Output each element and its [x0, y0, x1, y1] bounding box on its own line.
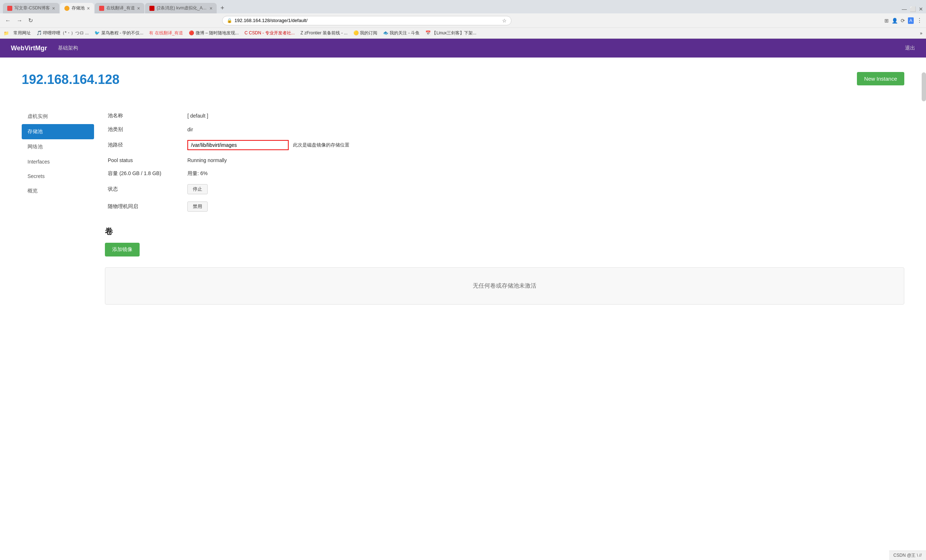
sidebar-item-secrets[interactable]: Secrets: [22, 169, 94, 183]
tab-favicon-3: [99, 6, 104, 11]
more-icon[interactable]: ⋮: [917, 17, 922, 24]
new-tab-button[interactable]: +: [217, 3, 227, 14]
details-panel: 池名称 [ default ] 池类别 dir 池路径 此次是磁盘镜像的存储位置: [94, 109, 904, 304]
bookmark-8[interactable]: 🟡 我的订阅: [352, 29, 379, 37]
pool-path-label: 池路径: [105, 136, 185, 154]
close-btn[interactable]: ✕: [919, 6, 923, 12]
disable-button[interactable]: 禁用: [188, 201, 207, 212]
bookmarks-bar: 📁 常用网址 🎵 哔哩哔哩（*・）つロ ... 🐦 菜鸟教程 - 学的不仅...…: [0, 27, 926, 38]
state-cell: 停止: [185, 180, 904, 198]
bookmark-4[interactable]: 有 在线翻译_有道: [148, 29, 185, 37]
sidebar-item-network[interactable]: 网络池: [22, 139, 94, 154]
sidebar-item-overview[interactable]: 概览: [22, 183, 94, 198]
new-instance-button[interactable]: New Instance: [857, 72, 904, 85]
tab-4[interactable]: (2条消息) kvm虚拟化_A pana... ×: [145, 3, 217, 14]
tab-1[interactable]: 写文章-CSDN博客 ×: [3, 3, 59, 14]
back-button[interactable]: ←: [4, 16, 12, 25]
tab-close-2[interactable]: ×: [87, 5, 90, 11]
bookmark-10[interactable]: 📅 【Linux三剑客】下架...: [424, 29, 478, 37]
pool-type-value: dir: [185, 123, 904, 136]
pool-status-row: Pool status Running normally: [105, 154, 904, 167]
tab-close-1[interactable]: ×: [52, 5, 55, 11]
bookmark-star-icon[interactable]: ☆: [502, 18, 507, 24]
pool-path-input[interactable]: [188, 140, 289, 150]
stop-button[interactable]: 停止: [188, 184, 207, 194]
security-icon: 🔒: [227, 18, 232, 23]
pool-status-value: Running normally: [185, 154, 904, 167]
bookmark-1[interactable]: 常用网址: [12, 29, 32, 37]
state-label: 状态: [105, 180, 185, 198]
tab-title-2: 存储池: [72, 5, 85, 11]
app-title: WebVirtMgr: [11, 44, 47, 52]
pool-path-row: 池路径 此次是磁盘镜像的存储位置: [105, 136, 904, 154]
reload-button[interactable]: ↻: [27, 15, 34, 25]
app-header: WebVirtMgr 基础架构 退出: [0, 39, 926, 58]
logout-link[interactable]: 退出: [905, 45, 915, 51]
maximize-btn[interactable]: ⬜: [910, 6, 916, 12]
address-bar: 🔒 ☆: [222, 16, 511, 25]
pool-status-label: Pool status: [105, 154, 185, 167]
sidebar-item-storage[interactable]: 存储池: [22, 124, 94, 139]
bookmark-3[interactable]: 🐦 菜鸟教程 - 学的不仅...: [93, 29, 145, 37]
bookmark-6[interactable]: C CSDN - 专业开发者社...: [243, 29, 296, 37]
tab-favicon-2: [64, 6, 70, 11]
tab-favicon-4: [150, 6, 154, 11]
sync-icon[interactable]: ⟳: [901, 18, 905, 24]
tab-title-1: 写文章-CSDN博客: [14, 5, 50, 11]
tab-close-3[interactable]: ×: [137, 5, 140, 11]
info-table: 池名称 [ default ] 池类别 dir 池路径 此次是磁盘镜像的存储位置: [105, 109, 904, 215]
sidebar: 虚机实例 存储池 网络池 Interfaces Secrets 概览: [22, 109, 94, 304]
state-row: 状态 停止: [105, 180, 904, 198]
pool-name-label: 池名称: [105, 109, 185, 123]
pool-name-row: 池名称 [ default ]: [105, 109, 904, 123]
tab-title-4: (2条消息) kvm虚拟化_A pana...: [157, 5, 207, 11]
pool-type-label: 池类别: [105, 123, 185, 136]
capacity-row: 容量 (26.0 GB / 1.8 GB) 用量: 6%: [105, 167, 904, 180]
capacity-value: 用量: 6%: [185, 167, 904, 180]
address-input[interactable]: [235, 18, 500, 23]
extensions-icon[interactable]: ⊞: [884, 18, 889, 24]
bookmark-5[interactable]: 🔴 微博 – 随时随地发现...: [188, 29, 240, 37]
sidebar-item-vm[interactable]: 虚机实例: [22, 109, 94, 124]
bookmark-2[interactable]: 🎵 哔哩哔哩（*・）つロ ...: [35, 29, 90, 37]
empty-volumes-message: 无任何卷或存储池未激活: [105, 267, 904, 304]
bookmark-9[interactable]: 🐟 我的关注 - 斗鱼: [381, 29, 421, 37]
volumes-title: 卷: [105, 226, 904, 237]
autostart-row: 随物理机同启 禁用: [105, 198, 904, 215]
forward-button[interactable]: →: [15, 16, 24, 25]
page-host-title: 192.168.164.128: [22, 72, 120, 87]
translate-icon[interactable]: A: [908, 17, 914, 24]
sidebar-item-interfaces[interactable]: Interfaces: [22, 154, 94, 169]
capacity-label: 容量 (26.0 GB / 1.8 GB): [105, 167, 185, 180]
minimize-btn[interactable]: —: [902, 6, 907, 12]
nav-link-infrastructure[interactable]: 基础架构: [58, 45, 78, 51]
pool-type-row: 池类别 dir: [105, 123, 904, 136]
bookmarks-more-icon[interactable]: »: [920, 31, 922, 36]
tab-favicon-1: [7, 6, 12, 11]
bookmarks-folder-icon: 📁: [4, 31, 9, 36]
tab-title-3: 在线翻译_有道: [106, 5, 135, 11]
pool-name-value: [ default ]: [185, 109, 904, 123]
tab-3[interactable]: 在线翻译_有道 ×: [95, 3, 144, 14]
bookmark-7[interactable]: Z zFrontier 装备前线 - ...: [299, 29, 349, 37]
pool-path-cell: 此次是磁盘镜像的存储位置: [185, 136, 904, 154]
tab-close-4[interactable]: ×: [209, 5, 212, 11]
autostart-cell: 禁用: [185, 198, 904, 215]
pool-path-note: 此次是磁盘镜像的存储位置: [293, 142, 350, 148]
add-image-button[interactable]: 添加镜像: [105, 243, 140, 256]
profile-icon[interactable]: 👤: [892, 18, 898, 24]
tab-2[interactable]: 存储池 ×: [60, 3, 94, 14]
autostart-label: 随物理机同启: [105, 198, 185, 215]
